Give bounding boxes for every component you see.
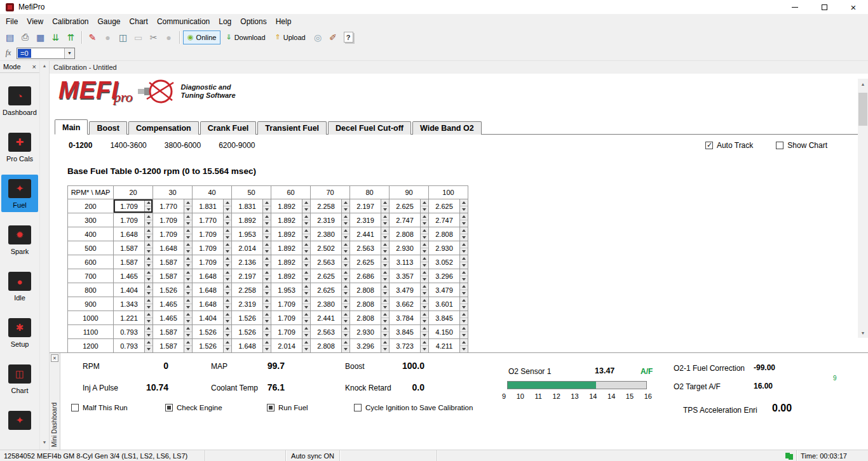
fuel-cell[interactable]: 2.808 xyxy=(429,227,468,241)
cell-spinner[interactable] xyxy=(420,241,428,255)
fuel-cell[interactable]: 1.404 xyxy=(193,311,232,325)
cell-spinner[interactable] xyxy=(302,227,310,241)
spin-down-icon[interactable] xyxy=(421,346,428,352)
cell-spinner[interactable] xyxy=(420,227,428,241)
spin-up-icon[interactable] xyxy=(263,311,271,318)
fuel-cell[interactable]: 2.563 xyxy=(350,241,390,255)
cell-spinner[interactable] xyxy=(184,311,192,324)
spin-up-icon[interactable] xyxy=(224,241,231,248)
cell-spinner[interactable] xyxy=(184,339,192,352)
spin-down-icon[interactable] xyxy=(302,262,310,269)
cell-spinner[interactable] xyxy=(223,325,231,338)
spin-down-icon[interactable] xyxy=(145,234,153,241)
cell-spinner[interactable] xyxy=(420,283,428,297)
cell-spinner[interactable] xyxy=(341,297,349,311)
spin-down-icon[interactable] xyxy=(224,206,231,213)
spin-up-icon[interactable] xyxy=(381,213,389,220)
cycle-ignition-to-save-calibration-checkbox[interactable] xyxy=(354,404,362,411)
spin-down-icon[interactable] xyxy=(342,234,349,241)
spin-up-icon[interactable] xyxy=(342,311,349,318)
sidebar-scrollbar[interactable]: ▲ ▼ xyxy=(39,61,50,450)
spin-up-icon[interactable] xyxy=(224,255,231,262)
spin-down-icon[interactable] xyxy=(381,304,389,311)
cell-spinner[interactable] xyxy=(302,241,310,255)
check-malf-this-run[interactable]: Malf This Run xyxy=(71,404,128,411)
spin-down-icon[interactable] xyxy=(145,318,153,324)
spin-up-icon[interactable] xyxy=(460,269,468,276)
fuel-cell[interactable]: 2.197 xyxy=(350,199,390,213)
cell-spinner[interactable] xyxy=(223,297,231,311)
spin-down-icon[interactable] xyxy=(302,206,310,213)
spin-down-icon[interactable] xyxy=(381,346,389,352)
fuel-cell[interactable]: 0.793 xyxy=(114,339,153,353)
spin-down-icon[interactable] xyxy=(381,248,389,255)
spin-down-icon[interactable] xyxy=(342,332,349,338)
fuel-cell[interactable]: 1.526 xyxy=(193,325,232,339)
spin-down-icon[interactable] xyxy=(184,346,192,352)
cell-spinner[interactable] xyxy=(223,199,231,213)
check-cycle-ignition-to-save-calibration[interactable]: Cycle Ignition to Save Calibration xyxy=(354,404,473,411)
spin-down-icon[interactable] xyxy=(460,234,468,241)
spin-down-icon[interactable] xyxy=(381,234,389,241)
cell-spinner[interactable] xyxy=(459,269,468,283)
tab-transient-fuel[interactable]: Transient Fuel xyxy=(257,121,327,135)
spin-up-icon[interactable] xyxy=(184,199,192,206)
spin-down-icon[interactable] xyxy=(421,276,428,283)
spin-up-icon[interactable] xyxy=(302,297,310,304)
spin-down-icon[interactable] xyxy=(263,248,271,255)
spin-up-icon[interactable] xyxy=(302,227,310,234)
cell-spinner[interactable] xyxy=(302,297,310,311)
fuel-cell[interactable]: 1.343 xyxy=(114,297,153,311)
fuel-cell[interactable]: 1.709 xyxy=(193,241,232,255)
fuel-cell[interactable]: 2.014 xyxy=(271,339,311,353)
spin-up-icon[interactable] xyxy=(184,311,192,318)
spin-up-icon[interactable] xyxy=(381,325,389,332)
spin-down-icon[interactable] xyxy=(145,248,153,255)
spin-down-icon[interactable] xyxy=(224,234,231,241)
sidebar-item-chart[interactable]: ◫Chart xyxy=(1,360,38,398)
fuel-cell[interactable]: 2.258 xyxy=(232,283,271,297)
fuel-cell[interactable]: 3.479 xyxy=(390,283,429,297)
cell-spinner[interactable] xyxy=(262,311,271,324)
spin-down-icon[interactable] xyxy=(263,276,271,283)
fuel-cell[interactable]: 1.526 xyxy=(232,311,271,325)
fuel-cell[interactable]: 2.625 xyxy=(311,283,350,297)
spin-up-icon[interactable] xyxy=(263,325,271,332)
fuel-cell[interactable]: 1.953 xyxy=(271,283,311,297)
spin-down-icon[interactable] xyxy=(302,290,310,297)
cell-spinner[interactable] xyxy=(223,213,231,227)
spin-up-icon[interactable] xyxy=(263,199,271,206)
spin-down-icon[interactable] xyxy=(302,346,310,352)
fuel-cell[interactable]: 1.709 xyxy=(153,213,193,227)
cell-spinner[interactable] xyxy=(420,213,428,227)
cell-spinner[interactable] xyxy=(144,297,153,311)
spin-up-icon[interactable] xyxy=(381,241,389,248)
fuel-cell[interactable]: 1.526 xyxy=(232,325,271,339)
tab-decel-fuel-cut-off[interactable]: Decel Fuel Cut-off xyxy=(328,121,411,135)
spin-down-icon[interactable] xyxy=(342,220,349,227)
spin-down-icon[interactable] xyxy=(184,220,192,227)
spin-down-icon[interactable] xyxy=(460,318,468,324)
spin-up-icon[interactable] xyxy=(421,297,428,304)
cell-spinner[interactable] xyxy=(262,227,271,241)
spin-up-icon[interactable] xyxy=(263,213,271,220)
spin-down-icon[interactable] xyxy=(263,332,271,338)
spin-down-icon[interactable] xyxy=(421,304,428,311)
fuel-cell[interactable]: 3.296 xyxy=(350,339,390,353)
spin-down-icon[interactable] xyxy=(460,248,468,255)
spin-up-icon[interactable] xyxy=(263,269,271,276)
spin-down-icon[interactable] xyxy=(224,304,231,311)
cell-spinner[interactable] xyxy=(144,213,153,227)
fuel-cell[interactable]: 1.465 xyxy=(153,311,193,325)
menu-log[interactable]: Log xyxy=(214,15,236,28)
cell-spinner[interactable] xyxy=(144,241,153,255)
spin-up-icon[interactable] xyxy=(421,269,428,276)
fuel-cell[interactable]: 2.014 xyxy=(232,241,271,255)
auto-track-checkbox[interactable] xyxy=(705,142,713,149)
spin-down-icon[interactable] xyxy=(263,206,271,213)
print-button[interactable]: ⎙ xyxy=(18,30,32,44)
spin-down-icon[interactable] xyxy=(421,234,428,241)
spin-down-icon[interactable] xyxy=(184,332,192,338)
fuel-cell[interactable]: 3.052 xyxy=(429,255,468,269)
spin-up-icon[interactable] xyxy=(342,241,349,248)
